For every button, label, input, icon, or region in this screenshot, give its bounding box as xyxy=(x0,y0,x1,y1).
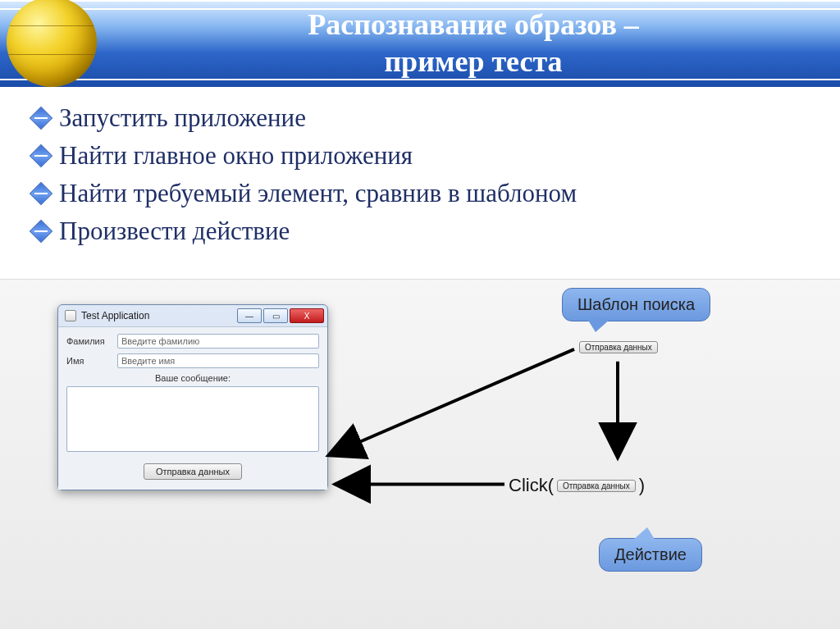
diagram-area: Test Application — ▭ X Фамилия Введите ф… xyxy=(0,279,840,629)
surname-label: Фамилия xyxy=(66,336,109,346)
bullet-text: Запустить приложение xyxy=(59,103,306,133)
bullet-item: Произвести действие xyxy=(33,217,817,246)
diamond-bullet-icon xyxy=(33,223,49,239)
test-application-window: Test Application — ▭ X Фамилия Введите ф… xyxy=(57,304,328,490)
bullet-item: Запустить приложение xyxy=(33,103,817,133)
minimize-button[interactable]: — xyxy=(237,308,262,323)
bullet-text: Произвести действие xyxy=(59,217,290,246)
surname-input[interactable]: Введите фамилию xyxy=(117,334,319,349)
slide-title: Распознавание образов – пример теста xyxy=(123,7,824,80)
search-template-callout: Шаблон поиска xyxy=(562,288,710,321)
template-mini-button: Отправка данных xyxy=(579,341,658,353)
surname-placeholder: Введите фамилию xyxy=(121,336,199,346)
message-textarea[interactable] xyxy=(66,386,319,452)
title-line-2: пример теста xyxy=(384,45,562,78)
bullet-list: Запустить приложение Найти главное окно … xyxy=(0,89,840,261)
title-line-1: Распознавание образов – xyxy=(308,8,639,41)
click-expression: Click( Отправка данных ) xyxy=(509,475,645,496)
callout-text: Действие xyxy=(614,545,687,563)
name-placeholder: Введите имя xyxy=(121,356,175,366)
globe-icon xyxy=(7,0,105,95)
template-button-sample: Отправка данных xyxy=(579,339,658,353)
action-callout: Действие xyxy=(599,538,702,572)
click-prefix: Click( xyxy=(509,475,554,496)
click-suffix: ) xyxy=(639,475,645,496)
diamond-bullet-icon xyxy=(33,148,49,164)
send-button[interactable]: Отправка данных xyxy=(144,463,242,480)
callout-text: Шаблон поиска xyxy=(578,295,695,313)
message-label: Ваше сообщение: xyxy=(66,373,319,383)
diamond-bullet-icon xyxy=(33,185,49,202)
bullet-text: Найти требуемый элемент, сравнив в шабло… xyxy=(59,179,577,208)
name-input[interactable]: Введите имя xyxy=(117,353,319,368)
window-titlebar[interactable]: Test Application — ▭ X xyxy=(58,305,327,326)
close-button[interactable]: X xyxy=(290,308,324,323)
window-body: Фамилия Введите фамилию Имя Введите имя … xyxy=(58,326,327,490)
bullet-item: Найти главное окно приложения xyxy=(33,141,817,171)
click-arg-button: Отправка данных xyxy=(557,480,636,492)
name-label: Имя xyxy=(66,356,109,366)
maximize-button[interactable]: ▭ xyxy=(263,308,288,323)
diamond-bullet-icon xyxy=(33,110,49,126)
bullet-text: Найти главное окно приложения xyxy=(59,141,413,171)
app-icon xyxy=(65,310,76,321)
bullet-item: Найти требуемый элемент, сравнив в шабло… xyxy=(33,179,817,208)
window-title: Test Application xyxy=(81,310,149,321)
svg-line-0 xyxy=(328,349,574,456)
slide-header: Распознавание образов – пример теста xyxy=(0,0,840,89)
